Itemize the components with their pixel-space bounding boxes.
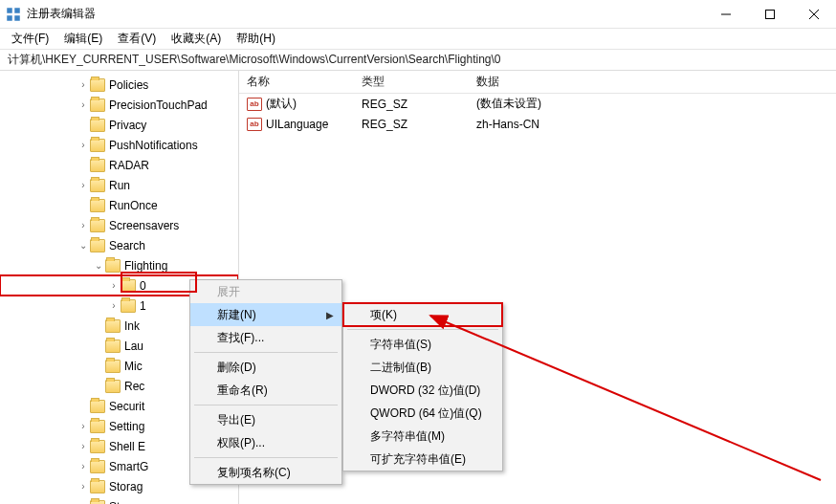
tree-item[interactable]: Privacy	[0, 115, 238, 135]
svg-rect-0	[7, 8, 12, 13]
folder-icon	[90, 159, 105, 172]
ctx-permissions[interactable]: 权限(P)...	[190, 431, 341, 454]
chevron-right-icon[interactable]: ›	[107, 280, 121, 291]
chevron-right-icon[interactable]: ›	[77, 99, 90, 110]
tree-item[interactable]: ⌄Flighting	[0, 255, 238, 275]
folder-icon	[105, 259, 121, 273]
sub-string[interactable]: 字符串值(S)	[343, 333, 502, 356]
tree-item-label: Lau	[124, 340, 143, 353]
folder-icon	[90, 179, 105, 192]
ctx-expand[interactable]: 展开	[190, 280, 341, 303]
menu-edit[interactable]: 编辑(E)	[56, 29, 110, 49]
tree-item[interactable]: ⌄Search	[0, 235, 238, 255]
ctx-delete[interactable]: 删除(D)	[190, 356, 341, 379]
tree-item-label: PrecisionTouchPad	[109, 99, 208, 112]
value-name: (默认)	[266, 96, 297, 112]
tree-item[interactable]: Store	[0, 496, 238, 504]
minimize-button[interactable]	[704, 0, 748, 28]
menu-file[interactable]: 文件(F)	[4, 29, 56, 49]
tree-item[interactable]: ›Policies	[0, 75, 238, 95]
folder-icon	[90, 139, 105, 152]
col-header-type[interactable]: 类型	[354, 74, 469, 90]
chevron-right-icon[interactable]: ›	[77, 441, 90, 451]
folder-icon	[90, 78, 105, 92]
chevron-right-icon[interactable]: ›	[107, 300, 121, 311]
tree-item-label: 0	[140, 279, 146, 293]
tree-item-label: Search	[109, 239, 145, 252]
tree-item-label: Screensavers	[109, 219, 179, 232]
folder-icon	[90, 99, 105, 112]
svg-rect-2	[7, 15, 12, 21]
tree-item[interactable]: ›Run	[0, 175, 238, 195]
cell-name: abUILanguage	[239, 118, 354, 131]
cell-data: (数值未设置)	[469, 96, 836, 112]
ctx-separator	[194, 457, 338, 458]
folder-icon	[105, 360, 121, 373]
maximize-button[interactable]	[748, 0, 792, 28]
string-value-icon: ab	[247, 118, 262, 131]
close-button[interactable]	[792, 0, 836, 28]
svg-rect-3	[14, 15, 20, 21]
list-row[interactable]: abUILanguageREG_SZzh-Hans-CN	[239, 114, 836, 134]
context-submenu-new: 项(K) 字符串值(S) 二进制值(B) DWORD (32 位)值(D) QW…	[342, 302, 503, 471]
sub-qword[interactable]: QWORD (64 位)值(Q)	[343, 402, 502, 425]
tree-item-label: Run	[109, 179, 130, 192]
tree-item[interactable]: ›PrecisionTouchPad	[0, 95, 238, 115]
tree-item-label: Ink	[124, 319, 140, 333]
menu-bar: 文件(F) 编辑(E) 查看(V) 收藏夹(A) 帮助(H)	[0, 29, 836, 50]
tree-item-label: Policies	[109, 78, 148, 92]
cell-name: ab(默认)	[239, 96, 354, 112]
ctx-rename[interactable]: 重命名(R)	[190, 379, 341, 402]
menu-help[interactable]: 帮助(H)	[229, 29, 283, 49]
chevron-right-icon[interactable]: ›	[77, 461, 90, 471]
tree-item-label: Privacy	[109, 119, 146, 132]
chevron-down-icon[interactable]: ⌄	[77, 240, 90, 251]
tree-item-label: RADAR	[109, 159, 149, 172]
ctx-new-label: 新建(N)	[217, 307, 256, 323]
ctx-copy-key-name[interactable]: 复制项名称(C)	[190, 461, 341, 484]
chevron-right-icon[interactable]: ›	[77, 140, 90, 150]
ctx-find[interactable]: 查找(F)...	[190, 326, 341, 349]
tree-item-label: Flighting	[124, 259, 167, 273]
string-value-icon: ab	[247, 98, 262, 111]
folder-icon	[90, 400, 105, 413]
list-row[interactable]: ab(默认)REG_SZ(数值未设置)	[239, 94, 836, 114]
chevron-right-icon[interactable]: ›	[77, 79, 90, 90]
tree-item[interactable]: RADAR	[0, 155, 238, 175]
tree-item-label: PushNotifications	[109, 139, 198, 152]
ctx-new[interactable]: 新建(N) ▶	[190, 303, 341, 326]
sub-multi[interactable]: 多字符串值(M)	[343, 425, 502, 448]
cell-type: REG_SZ	[354, 118, 469, 131]
ctx-export[interactable]: 导出(E)	[190, 408, 341, 431]
sub-dword[interactable]: DWORD (32 位)值(D)	[343, 379, 502, 402]
folder-icon	[90, 460, 105, 473]
title-bar: 注册表编辑器	[0, 0, 836, 29]
sub-key[interactable]: 项(K)	[343, 303, 502, 326]
chevron-right-icon[interactable]: ›	[77, 180, 90, 190]
col-header-name[interactable]: 名称	[239, 74, 354, 90]
folder-icon	[105, 319, 121, 333]
ctx-separator	[194, 405, 338, 405]
tree-item[interactable]: ›Screensavers	[0, 215, 238, 235]
ctx-separator	[194, 352, 338, 353]
menu-favorites[interactable]: 收藏夹(A)	[164, 29, 229, 49]
tree-item[interactable]: RunOnce	[0, 195, 238, 215]
sub-expand[interactable]: 可扩充字符串值(E)	[343, 448, 502, 471]
tree-item-label: Securit	[109, 400, 144, 413]
folder-icon	[105, 340, 121, 353]
chevron-right-icon[interactable]: ›	[77, 481, 90, 492]
tree-item-label: Rec	[124, 380, 144, 393]
address-bar[interactable]: 计算机\HKEY_CURRENT_USER\Software\Microsoft…	[0, 50, 836, 71]
tree-item-label: Shell E	[109, 440, 145, 453]
folder-icon	[90, 219, 105, 232]
window-controls	[704, 0, 836, 28]
sub-binary[interactable]: 二进制值(B)	[343, 356, 502, 379]
chevron-right-icon[interactable]: ›	[77, 421, 90, 431]
col-header-data[interactable]: 数据	[469, 74, 836, 90]
folder-icon	[90, 239, 105, 252]
chevron-right-icon[interactable]: ›	[77, 220, 90, 230]
chevron-down-icon[interactable]: ⌄	[92, 260, 105, 271]
menu-view[interactable]: 查看(V)	[110, 29, 164, 49]
folder-icon	[90, 119, 105, 132]
tree-item[interactable]: ›PushNotifications	[0, 135, 238, 155]
